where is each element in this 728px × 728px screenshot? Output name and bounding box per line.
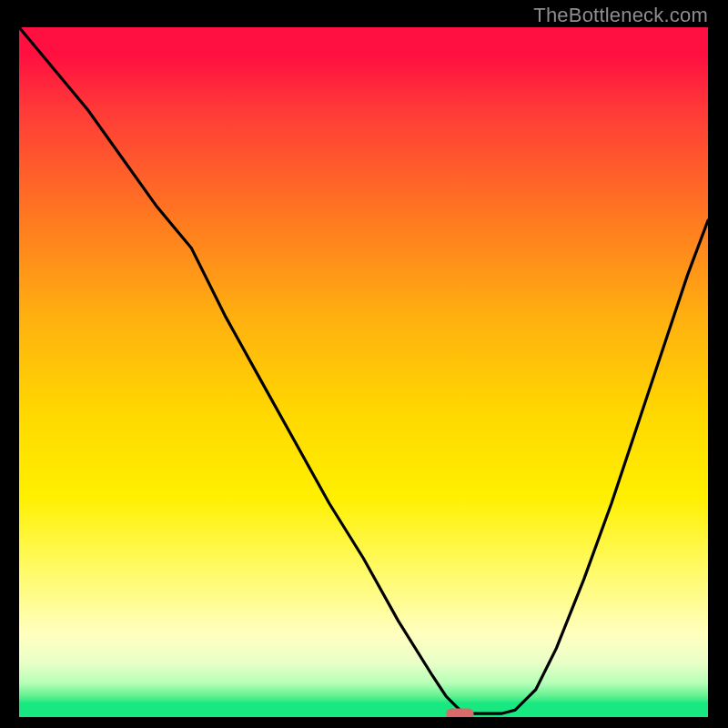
watermark-text: TheBottleneck.com: [533, 4, 708, 27]
plot-background-gradient: [19, 27, 708, 717]
chart-container: TheBottleneck.com: [0, 0, 728, 728]
